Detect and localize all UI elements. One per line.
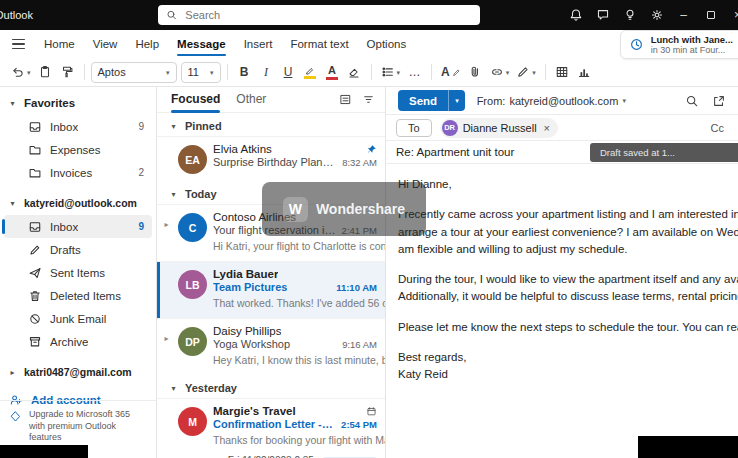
sidebar-item-drafts[interactable]: Drafts xyxy=(4,238,152,261)
send-options-chevron-icon[interactable]: ▾ xyxy=(448,90,465,111)
compose-pane: Send ▾ From: katyreid@outlook.com ▾ To D… xyxy=(386,87,738,458)
group-header-pinned[interactable]: ▾Pinned xyxy=(157,113,385,136)
search-bar[interactable] xyxy=(158,5,480,25)
zoom-icon[interactable] xyxy=(685,94,699,108)
tips-lightbulb-icon[interactable] xyxy=(616,0,643,30)
app-title: Outlook xyxy=(0,9,33,21)
send-button[interactable]: Send xyxy=(398,95,448,107)
sidebar-item-deleted-items[interactable]: Deleted Items xyxy=(4,284,152,307)
menu-item-format-text[interactable]: Format text xyxy=(281,30,357,58)
from-selector[interactable]: From: katyreid@outlook.com ▾ xyxy=(477,95,626,107)
styles-button[interactable]: A xyxy=(438,61,464,83)
remove-recipient-icon[interactable]: × xyxy=(544,122,550,134)
underline-button[interactable]: U xyxy=(278,61,299,83)
account-gmail-header[interactable]: ▸katri0487@gmail.com xyxy=(0,360,156,384)
pin-icon[interactable] xyxy=(366,144,377,155)
chevron-down-icon: ▾ xyxy=(169,122,178,131)
ribbon-menubar: Home View Help Message Insert Format tex… xyxy=(0,30,738,58)
chevron-down-icon: ▾ xyxy=(169,190,178,199)
chevron-down-icon: ▾ xyxy=(622,97,626,104)
formatting-toolbar: ▾ Aptos▾ 11▾ B I U A ▾ … A ▾ ▾ xyxy=(0,58,738,87)
highlight-button[interactable] xyxy=(300,61,321,83)
font-family-select[interactable]: Aptos▾ xyxy=(91,62,177,83)
expand-thread-icon[interactable]: ▸ xyxy=(161,211,172,254)
insert-link-button[interactable]: ▾ xyxy=(487,61,513,83)
bold-button[interactable]: B xyxy=(234,61,255,83)
recipient-chip[interactable]: DR Dianne Russell × xyxy=(440,118,558,138)
titlebar-actions: – × xyxy=(562,0,738,30)
tab-focused[interactable]: Focused xyxy=(171,87,220,113)
font-size-select[interactable]: 11▾ xyxy=(181,62,221,83)
sidebar-item-sent-items[interactable]: Sent Items xyxy=(4,261,152,284)
watermark-brand: Wondershare xyxy=(316,201,405,217)
filter-icon[interactable] xyxy=(362,93,375,106)
account-outlook-header[interactable]: ▾katyreid@outlook.com xyxy=(0,191,156,215)
reminder-card[interactable]: Lunch with Jane... in 30 min at Four... xyxy=(620,30,738,59)
clear-formatting-button[interactable] xyxy=(344,61,365,83)
unread-count-badge: 2 xyxy=(138,167,144,178)
folder-icon xyxy=(28,143,42,157)
sidebar-item-expenses[interactable]: Expenses xyxy=(4,138,152,161)
bullet-list-button[interactable]: ▾ xyxy=(378,61,404,83)
feedback-icon[interactable] xyxy=(589,0,616,30)
open-in-new-window-icon[interactable] xyxy=(712,94,726,108)
menu-item-options[interactable]: Options xyxy=(358,30,416,58)
format-painter-button[interactable] xyxy=(57,61,78,83)
notifications-bell-icon[interactable] xyxy=(562,0,589,30)
email-item-elvia-atkins[interactable]: EA Elvia Atkins Surprise Birthday Planni… xyxy=(157,136,385,181)
more-options-button[interactable]: … xyxy=(404,61,425,83)
select-messages-icon[interactable] xyxy=(339,93,352,106)
divider xyxy=(84,64,85,80)
email-item-lydia-bauer[interactable]: LB Lydia Bauer Team Pictures11:10 AM Tha… xyxy=(157,261,385,318)
menu-item-insert[interactable]: Insert xyxy=(235,30,282,58)
email-item-margies-travel[interactable]: M Margie's Travel Confirmation Letter - … xyxy=(157,398,385,458)
tab-other[interactable]: Other xyxy=(236,87,266,113)
watermark: W Wondershare xyxy=(262,182,426,236)
subject-field[interactable]: Re: Apartment unit tour xyxy=(396,146,514,158)
reminder-subtitle: in 30 min at Four... xyxy=(651,45,733,55)
sidebar-item-invoices[interactable]: Invoices2 xyxy=(4,161,152,184)
close-button[interactable]: × xyxy=(724,0,738,30)
undo-button[interactable]: ▾ xyxy=(8,61,34,83)
group-header-yesterday[interactable]: ▾Yesterday xyxy=(157,375,385,398)
minimize-button[interactable]: – xyxy=(670,0,697,30)
block-icon xyxy=(28,312,42,326)
to-button[interactable]: To xyxy=(396,119,432,137)
sidebar-item-inbox[interactable]: Inbox9 xyxy=(4,215,152,238)
body-signature: Katy Reid xyxy=(398,366,738,383)
maximize-button[interactable] xyxy=(697,0,724,30)
compose-body[interactable]: Hi Dianne, I recently came across your a… xyxy=(386,164,738,383)
upgrade-banner[interactable]: Upgrade to Microsoft 365 with premium Ou… xyxy=(0,400,156,444)
menu-item-home[interactable]: Home xyxy=(35,30,84,58)
draw-pen-button[interactable]: ▾ xyxy=(513,61,539,83)
insert-chart-button[interactable] xyxy=(574,61,595,83)
folder-sidebar: ▾Favorites Inbox9 Expenses Invoices2 ▾ka… xyxy=(0,87,157,458)
folder-icon xyxy=(28,166,42,180)
paste-button[interactable] xyxy=(35,61,56,83)
body-paragraph: During the tour, I would like to view th… xyxy=(398,271,738,306)
menu-item-view[interactable]: View xyxy=(84,30,127,58)
email-item-daisy-phillips[interactable]: ▸ DP Daisy Phillips Yoga Workshop9:16 AM… xyxy=(157,318,385,375)
sidebar-item-archive[interactable]: Archive xyxy=(4,330,152,353)
recipient-name: Dianne Russell xyxy=(463,122,537,134)
watermark-logo: W xyxy=(283,197,308,222)
settings-gear-icon[interactable] xyxy=(643,0,670,30)
hamburger-menu-icon[interactable] xyxy=(12,39,25,50)
insert-table-button[interactable] xyxy=(552,61,573,83)
sidebar-item-junk-email[interactable]: Junk Email xyxy=(4,307,152,330)
menu-item-message[interactable]: Message xyxy=(168,30,235,58)
cc-button[interactable]: Cc xyxy=(711,122,728,134)
italic-button[interactable]: I xyxy=(256,61,277,83)
attach-file-button[interactable] xyxy=(465,61,486,83)
chevron-down-icon: ▾ xyxy=(8,199,17,208)
trash-icon xyxy=(28,289,42,303)
expand-thread-icon[interactable]: ▸ xyxy=(161,325,172,368)
favorites-section-header[interactable]: ▾Favorites xyxy=(0,91,156,115)
sidebar-item-favorites-inbox[interactable]: Inbox9 xyxy=(4,115,152,138)
search-input[interactable] xyxy=(183,8,472,22)
from-address: katyreid@outlook.com xyxy=(509,95,618,107)
inbox-icon xyxy=(28,120,42,134)
send-split-button[interactable]: Send ▾ xyxy=(398,90,465,111)
menu-item-help[interactable]: Help xyxy=(126,30,168,58)
font-color-button[interactable]: A xyxy=(322,61,343,83)
